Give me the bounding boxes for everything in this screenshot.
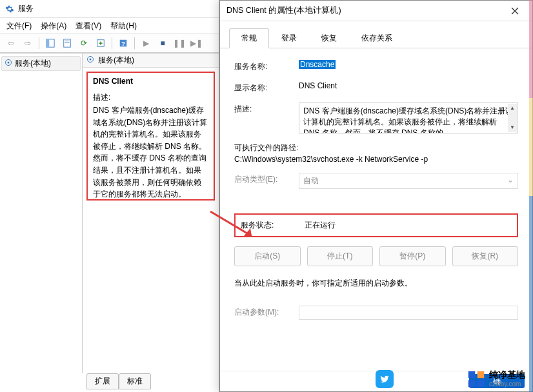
- start-button[interactable]: 启动(S): [234, 246, 301, 266]
- site-name: 纯净基地: [489, 369, 525, 380]
- show-hide-tree-icon[interactable]: [43, 36, 57, 50]
- svg-rect-12: [468, 371, 476, 378]
- view-tabs: 扩展 标准: [86, 373, 151, 389]
- menu-help[interactable]: 帮助(H): [110, 21, 137, 32]
- value-service-status: 正在运行: [305, 220, 336, 230]
- dialog-tabs: 常规 登录 恢复 依存关系: [220, 21, 532, 48]
- description-value: DNS 客户端服务(dnscache)缓存域名系统(DNS)名称并注册该计算机的…: [303, 106, 513, 133]
- resume-button[interactable]: 恢复(R): [452, 246, 519, 266]
- row-service-name: 服务名称: Dnscache: [234, 60, 518, 72]
- gear-icon: [5, 59, 12, 68]
- tree-root-item[interactable]: 服务(本地): [1, 56, 81, 71]
- site-url: czlaby.com: [489, 380, 525, 388]
- tab-general[interactable]: 常规: [229, 28, 269, 48]
- separator: [39, 37, 39, 49]
- scrollbar[interactable]: ▲ ▼: [508, 104, 517, 132]
- scroll-up-icon[interactable]: ▲: [508, 104, 517, 113]
- row-startup-type: 启动类型(E): 自动 ⌄: [234, 173, 518, 189]
- start-params-input[interactable]: [299, 306, 518, 320]
- tab-dependencies[interactable]: 依存关系: [349, 28, 405, 48]
- services-titlebar: 服务: [0, 0, 219, 18]
- label-service-name: 服务名称:: [234, 60, 299, 72]
- stop-button[interactable]: 停止(T): [307, 246, 374, 266]
- services-body: 服务(本地) 服务(本地) DNS Client 描述: DNS 客户端服务(d…: [0, 53, 219, 373]
- selected-service-name: DNS Client: [93, 77, 208, 86]
- desktop-edge: [529, 0, 533, 392]
- dialog-title: DNS Client 的属性(本地计算机): [226, 5, 504, 16]
- forward-arrow-icon[interactable]: ⇨: [21, 36, 35, 50]
- help-icon[interactable]: ?: [116, 36, 130, 50]
- gear-icon: [86, 55, 94, 65]
- value-exe-path: C:\Windows\system32\svchost.exe -k Netwo…: [234, 155, 518, 164]
- description-text: DNS 客户端服务(dnscache)缓存域名系统(DNS)名称并注册该计算机的…: [93, 104, 208, 201]
- tab-recovery[interactable]: 恢复: [309, 28, 349, 48]
- svg-rect-1: [46, 39, 49, 47]
- menu-view[interactable]: 查看(V): [75, 21, 101, 32]
- main-pane-header: 服务(本地): [83, 54, 219, 68]
- pause-button[interactable]: 暂停(P): [379, 246, 446, 266]
- menu-file[interactable]: 文件(F): [6, 21, 32, 32]
- description-label: 描述:: [93, 92, 208, 103]
- startup-type-value: 自动: [303, 175, 319, 186]
- row-exe-path: 可执行文件的路径: C:\Windows\system32\svchost.ex…: [234, 142, 518, 164]
- toolbar: ⇦ ⇨ ⟳ ? ▶ ■ ❚❚ ▶❚: [0, 34, 219, 53]
- startup-type-select[interactable]: 自动 ⌄: [299, 173, 518, 189]
- label-startup-type: 启动类型(E):: [234, 173, 299, 185]
- properties-dialog: DNS Client 的属性(本地计算机) 常规 登录 恢复 依存关系 服务名称…: [219, 0, 533, 392]
- separator: [134, 37, 135, 49]
- menu-action[interactable]: 操作(A): [41, 21, 66, 32]
- site-text: 纯净基地 czlaby.com: [489, 369, 525, 388]
- stop-icon[interactable]: ■: [156, 36, 170, 50]
- scroll-down-icon[interactable]: ▼: [508, 123, 517, 132]
- svg-rect-13: [478, 371, 485, 378]
- restart-icon[interactable]: ▶❚: [189, 36, 203, 50]
- close-icon: [511, 7, 519, 15]
- tab-logon[interactable]: 登录: [269, 28, 309, 48]
- row-description: 描述: DNS 客户端服务(dnscache)缓存域名系统(DNS)名称并注册该…: [234, 103, 518, 133]
- chevron-down-icon: ⌄: [507, 175, 514, 186]
- tree-root-label: 服务(本地): [15, 58, 51, 69]
- dialog-titlebar: DNS Client 的属性(本地计算机): [220, 1, 532, 21]
- main-pane-title: 服务(本地): [98, 55, 134, 66]
- value-service-name: Dnscache: [299, 60, 518, 69]
- svg-rect-14: [468, 380, 476, 387]
- startup-note: 当从此处启动服务时，你可指定所适用的启动参数。: [234, 278, 518, 289]
- label-description: 描述:: [234, 103, 299, 115]
- label-display-name: 显示名称:: [234, 81, 299, 93]
- label-start-params: 启动参数(M):: [234, 306, 299, 318]
- back-arrow-icon[interactable]: ⇦: [4, 36, 18, 50]
- tab-standard[interactable]: 标准: [119, 373, 151, 389]
- services-window: 服务 文件(F) 操作(A) 查看(V) 帮助(H) ⇦ ⇨ ⟳ ? ▶ ■ ❚…: [0, 0, 219, 392]
- service-name-text[interactable]: Dnscache: [299, 60, 336, 69]
- twitter-icon: [376, 370, 394, 388]
- description-panel: DNS Client 描述: DNS 客户端服务(dnscache)缓存域名系统…: [86, 72, 215, 201]
- row-display-name: 显示名称: DNS Client: [234, 81, 518, 93]
- services-title: 服务: [18, 3, 34, 14]
- control-buttons: 启动(S) 停止(T) 暂停(P) 恢复(R): [234, 246, 518, 266]
- tab-extended[interactable]: 扩展: [86, 373, 119, 389]
- gear-icon: [5, 5, 14, 14]
- svg-rect-2: [64, 39, 71, 47]
- site-logo-icon: [467, 370, 485, 388]
- svg-rect-15: [478, 380, 485, 387]
- main-pane: 服务(本地) DNS Client 描述: DNS 客户端服务(dnscache…: [83, 54, 219, 373]
- watermark: 纯净基地 czlaby.com: [467, 369, 525, 388]
- properties-icon[interactable]: [60, 36, 74, 50]
- menubar: 文件(F) 操作(A) 查看(V) 帮助(H): [0, 18, 219, 34]
- tree-pane: 服务(本地): [0, 54, 83, 373]
- export-icon[interactable]: [94, 36, 108, 50]
- row-service-status: 服务状态: 正在运行: [234, 213, 518, 237]
- pause-icon[interactable]: ❚❚: [172, 36, 186, 50]
- play-icon[interactable]: ▶: [139, 36, 153, 50]
- description-textbox[interactable]: DNS 客户端服务(dnscache)缓存域名系统(DNS)名称并注册该计算机的…: [299, 103, 518, 133]
- refresh-icon[interactable]: ⟳: [77, 36, 91, 50]
- label-exe-path: 可执行文件的路径:: [234, 142, 518, 153]
- row-start-params: 启动参数(M):: [234, 306, 518, 320]
- separator: [112, 37, 112, 49]
- svg-point-11: [90, 59, 92, 61]
- svg-point-9: [8, 62, 10, 64]
- svg-text:?: ?: [121, 40, 125, 47]
- dialog-content: 服务名称: Dnscache 显示名称: DNS Client 描述: DNS …: [220, 48, 532, 335]
- value-display-name: DNS Client: [299, 81, 518, 90]
- close-button[interactable]: [504, 3, 526, 19]
